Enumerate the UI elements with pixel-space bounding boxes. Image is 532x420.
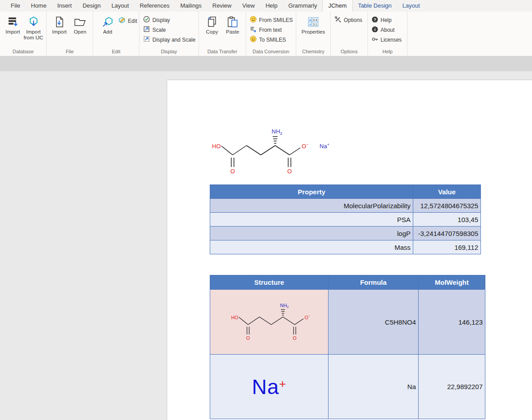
ribbon-tab-bar: File Home Insert Design Layout Reference… — [0, 0, 532, 12]
value-cell[interactable]: -3,24144707598305 — [413, 227, 481, 240]
paste-icon — [227, 15, 238, 29]
group-label-data-conversion: Data Conversion — [246, 48, 296, 56]
tab-references[interactable]: References — [134, 0, 175, 12]
display-button[interactable]: Display — [143, 16, 195, 24]
about-info-icon: i — [372, 26, 378, 34]
group-label-options: Options — [331, 48, 368, 56]
licenses-button[interactable]: Licenses — [372, 36, 402, 43]
ribbon-group-edit: Add Edit Edit — [93, 12, 139, 56]
property-table-header-row: Property Value — [210, 185, 481, 199]
tab-table-design[interactable]: Table Design — [353, 0, 397, 12]
options-button[interactable]: Options — [334, 16, 362, 24]
scale-button[interactable]: Scale — [143, 26, 195, 34]
value-cell[interactable]: 103,45 — [413, 213, 481, 227]
group-label-display: Display — [139, 48, 199, 56]
import-file-button[interactable]: Import — [49, 13, 70, 35]
ribbon-group-database: Import Importfrom IJC Database — [0, 12, 47, 56]
value-header: Value — [413, 185, 481, 199]
ribbon-group-display: Display Scale Display and Scale — [139, 12, 199, 56]
tab-review[interactable]: Review — [207, 0, 237, 12]
from-text-icon — [250, 26, 257, 34]
group-label-help: Help — [368, 48, 407, 56]
tab-view[interactable]: View — [237, 0, 260, 12]
from-smiles-icon — [250, 16, 257, 24]
import-from-ijc-button[interactable]: Importfrom IJC — [23, 13, 44, 41]
open-button[interactable]: Open — [70, 13, 91, 35]
tab-home[interactable]: Home — [26, 0, 52, 12]
to-smiles-icon — [250, 35, 257, 44]
tab-insert[interactable]: Insert — [52, 0, 78, 12]
property-cell[interactable]: Mass — [210, 240, 413, 254]
molweight-header: MolWeight — [419, 275, 485, 290]
add-button[interactable]: Add — [99, 13, 116, 35]
import-from-ijc-icon — [28, 15, 39, 29]
add-structure-icon — [102, 15, 113, 29]
svg-text:0.4: 0.4 — [313, 18, 317, 21]
group-label-chemistry: Chemistry — [296, 48, 330, 56]
structure-table: Structure Formula MolWeight C5H8NO4 146,… — [210, 275, 485, 419]
svg-text:i: i — [374, 27, 376, 31]
molweight-cell[interactable]: 22,9892207 — [419, 355, 485, 419]
svg-text:a: a — [309, 18, 311, 22]
value-cell[interactable]: 12,5724804675325 — [413, 199, 481, 213]
edit-pencil-icon — [118, 17, 125, 25]
table-row: MolecularPolarizability 12,5724804675325 — [210, 199, 481, 213]
canvas-top-margin — [0, 56, 532, 71]
svg-text:3.1: 3.1 — [313, 23, 317, 26]
word-jchem-window: File Home Insert Design Layout Reference… — [0, 0, 532, 420]
tab-layout[interactable]: Layout — [106, 0, 134, 12]
import-file-icon — [54, 15, 65, 29]
display-and-scale-button[interactable]: Display and Scale — [143, 36, 195, 43]
table-row: PSA 103,45 — [210, 213, 481, 227]
tab-file[interactable]: File — [5, 0, 26, 12]
formula-cell[interactable]: Na — [329, 355, 419, 419]
tab-design[interactable]: Design — [77, 0, 106, 12]
table-row: Na+ Na 22,9892207 — [210, 355, 485, 419]
from-smiles-button[interactable]: From SMILES — [250, 16, 293, 24]
ribbon-group-chemistry: a0.4x3.1 Properties Chemistry — [296, 12, 331, 56]
display-icon — [143, 16, 150, 24]
property-cell[interactable]: PSA — [210, 213, 413, 227]
value-cell[interactable]: 169,112 — [413, 240, 481, 254]
help-icon: ? — [372, 16, 378, 24]
structure-cell-sodium[interactable]: Na+ — [210, 355, 329, 419]
tab-help[interactable]: Help — [260, 0, 283, 12]
tab-grammarly[interactable]: Grammarly — [283, 0, 322, 12]
sodium-big-label: Na+ — [252, 375, 286, 399]
formula-cell[interactable]: C5H8NO4 — [329, 290, 419, 355]
property-cell[interactable]: MolecularPolarizability — [210, 199, 413, 213]
import-database-button[interactable]: Import — [3, 13, 23, 35]
molecule-structure-small[interactable] — [227, 298, 312, 345]
property-header: Property — [210, 185, 413, 199]
properties-button[interactable]: a0.4x3.1 Properties — [300, 13, 327, 35]
structure-cell-glutamate[interactable] — [210, 290, 329, 355]
property-table: Property Value MolecularPolarizability 1… — [210, 184, 481, 254]
scale-icon — [143, 26, 150, 34]
ribbon-group-options: Options Options — [331, 12, 368, 56]
copy-button[interactable]: Copy — [202, 13, 222, 35]
tab-table-layout[interactable]: Layout — [397, 0, 425, 12]
to-smiles-button[interactable]: To SMILES — [250, 36, 293, 43]
about-button[interactable]: i About — [372, 26, 402, 34]
document-canvas: Na+ Property Value MolecularPolarizabili… — [0, 56, 532, 420]
molecule-structure[interactable]: Na+ — [207, 123, 337, 180]
formula-header: Formula — [329, 275, 419, 290]
paste-button[interactable]: Paste — [222, 13, 243, 35]
edit-button[interactable]: Edit — [118, 17, 137, 25]
molweight-cell[interactable]: 146,123 — [419, 290, 485, 355]
property-cell[interactable]: logP — [210, 227, 413, 240]
tab-mailings[interactable]: Mailings — [175, 0, 207, 12]
from-text-button[interactable]: From text — [250, 26, 293, 34]
help-button[interactable]: ? Help — [372, 16, 402, 24]
group-label-data-transfer: Data Transfer — [199, 48, 246, 56]
group-label-file: File — [47, 48, 93, 56]
document-page[interactable]: Na+ Property Value MolecularPolarizabili… — [167, 80, 532, 420]
jchem-ribbon: Import Importfrom IJC Database Import — [0, 12, 532, 56]
tab-jchem[interactable]: JChem — [322, 0, 352, 12]
display-and-scale-icon — [143, 35, 150, 44]
table-row: C5H8NO4 146,123 — [210, 290, 485, 355]
copy-icon — [207, 15, 217, 29]
open-folder-icon — [74, 15, 87, 29]
group-label-edit: Edit — [93, 48, 139, 56]
table-row: logP -3,24144707598305 — [210, 227, 481, 240]
